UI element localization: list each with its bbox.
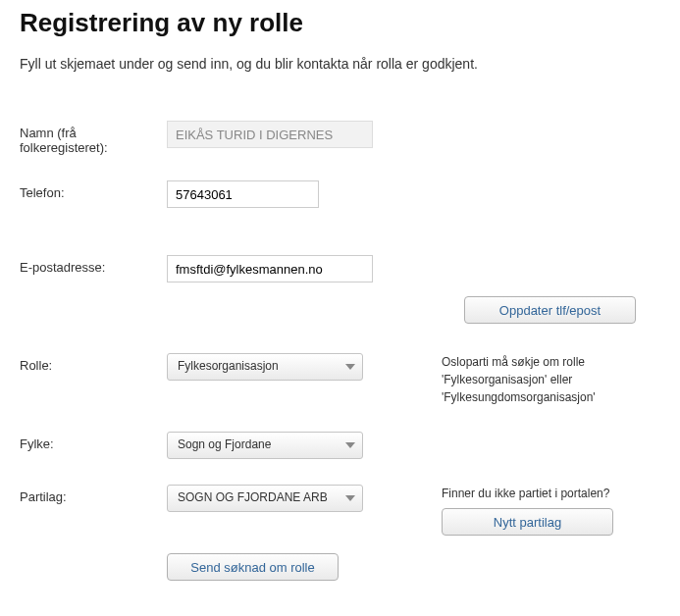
role-select-value: Fylkesorganisasjon	[167, 353, 363, 381]
label-party: Partilag:	[20, 485, 167, 504]
name-field	[167, 121, 373, 148]
party-question: Finner du ikke partiet i portalen?	[442, 485, 660, 502]
party-select[interactable]: SOGN OG FJORDANE ARB	[167, 485, 363, 512]
role-select[interactable]: Fylkesorganisasjon	[167, 353, 363, 381]
label-email: E-postadresse:	[20, 255, 167, 275]
role-hint: Osloparti må søkje om rolle 'Fylkesorgan…	[373, 353, 660, 406]
party-select-value: SOGN OG FJORDANE ARB	[167, 485, 363, 512]
row-send: Send søknad om rolle	[20, 553, 660, 581]
send-button[interactable]: Send søknad om rolle	[167, 553, 339, 581]
row-phone: Telefon:	[20, 180, 660, 208]
new-party-button[interactable]: Nytt partilag	[442, 508, 613, 536]
label-county: Fylke:	[20, 432, 167, 451]
county-select[interactable]: Sogn og Fjordane	[167, 432, 363, 459]
row-update: Oppdater tlf/epost	[20, 296, 660, 324]
page-title: Registrering av ny rolle	[20, 8, 660, 38]
intro-text: Fyll ut skjemaet under og send inn, og d…	[20, 56, 660, 72]
row-county: Fylke: Sogn og Fjordane	[20, 432, 660, 459]
email-field[interactable]	[167, 255, 373, 282]
label-phone: Telefon:	[20, 180, 167, 200]
county-select-value: Sogn og Fjordane	[167, 432, 363, 459]
row-name: Namn (frå folkeregisteret):	[20, 121, 660, 155]
label-name: Namn (frå folkeregisteret):	[20, 121, 167, 155]
update-button[interactable]: Oppdater tlf/epost	[464, 296, 636, 324]
row-party: Partilag: SOGN OG FJORDANE ARB Finner du…	[20, 485, 660, 536]
row-email: E-postadresse:	[20, 255, 660, 282]
label-role: Rolle:	[20, 353, 167, 373]
phone-field[interactable]	[167, 180, 319, 208]
row-role: Rolle: Fylkesorganisasjon Osloparti må s…	[20, 353, 660, 406]
